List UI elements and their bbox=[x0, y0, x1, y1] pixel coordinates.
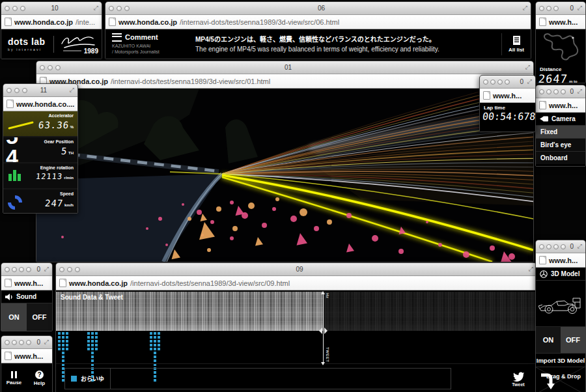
url-bar[interactable]: www.honda.co.jp/internavi-dots/test/senn… bbox=[105, 15, 531, 29]
window-title: 06 bbox=[125, 5, 518, 12]
resize-icon[interactable]: ⤢ bbox=[578, 5, 582, 11]
titlebar[interactable]: 11 ⤢ bbox=[3, 84, 77, 97]
drag-drop-zone[interactable]: Drag & Drop bbox=[536, 367, 585, 392]
speed-label: Speed bbox=[60, 191, 74, 196]
distance-value: 2647 bbox=[538, 72, 568, 83]
traffic-lights-icon[interactable] bbox=[539, 6, 559, 11]
tweet-input-box[interactable]: おらいゆ bbox=[64, 368, 451, 389]
url-bar[interactable]: www.honda.co.jp/internavi-dots/test/senn… bbox=[56, 276, 537, 290]
resize-icon[interactable]: ⤢ bbox=[527, 79, 532, 85]
divider bbox=[53, 36, 54, 53]
tweet-user-name: おらいゆ bbox=[81, 374, 104, 383]
sound-on-button[interactable]: ON bbox=[1, 303, 27, 331]
window-title: 11 bbox=[23, 87, 64, 94]
url-bar[interactable]: www.h... bbox=[1, 349, 52, 363]
titlebar[interactable]: 0 ⤢ bbox=[1, 263, 52, 276]
help-button[interactable]: ? Help bbox=[27, 363, 52, 392]
speaker-icon bbox=[5, 294, 13, 300]
traffic-lights-icon[interactable] bbox=[5, 267, 31, 272]
laptime-value: 00:54:678 bbox=[482, 111, 535, 122]
window-branding: 10 ⤢ www.honda.co.jp/inte... dots lab by… bbox=[1, 1, 102, 59]
titlebar[interactable]: 0 ⤢ bbox=[536, 2, 585, 15]
gear-value: 5 bbox=[61, 146, 68, 156]
model3d-off-button[interactable]: OFF bbox=[561, 327, 585, 353]
url-host: www.h... bbox=[14, 279, 43, 287]
desktop: 10 ⤢ www.honda.co.jp/inte... dots lab by… bbox=[0, 0, 586, 392]
drag-drop-label: Drag & Drop bbox=[546, 373, 581, 380]
url-bar[interactable]: www.h... bbox=[536, 98, 585, 113]
sound-off-button[interactable]: OFF bbox=[27, 303, 52, 331]
titlebar[interactable]: 09 ⤢ bbox=[56, 263, 537, 276]
url-host: www.h... bbox=[549, 102, 578, 109]
resize-icon[interactable]: ⤢ bbox=[525, 64, 530, 70]
all-list-button[interactable]: All list bbox=[501, 33, 531, 55]
hz-axis-label: Hz bbox=[326, 293, 329, 298]
import-3d-model-label: Import 3D Model bbox=[536, 353, 585, 367]
distance-unit: m to Go bbox=[569, 79, 583, 83]
titlebar[interactable]: 10 ⤢ bbox=[1, 2, 102, 15]
url-host: www.h... bbox=[549, 18, 578, 26]
accelerator-value: 63.36 bbox=[38, 120, 70, 130]
model3d-on-button[interactable]: ON bbox=[536, 327, 561, 353]
spectrogram-right bbox=[323, 292, 537, 331]
window-title: 0 bbox=[520, 78, 523, 85]
comment-text-ja: MP4/5のエンジンは、軽さ、燃費、信頼性などバランスのとれたエンジンだった。 bbox=[195, 35, 501, 44]
url-bar[interactable]: www.h... bbox=[1, 276, 52, 290]
camera-option-fixed[interactable]: Fixed bbox=[536, 126, 585, 139]
url-bar[interactable]: www.honda.co.jp/inte... bbox=[1, 15, 102, 29]
tweet-button[interactable]: Tweet bbox=[504, 367, 533, 391]
window-3d-model: 0 ⤢ www.h... 3D Model bbox=[535, 240, 586, 392]
camera-icon bbox=[540, 116, 548, 122]
playhead[interactable]: Hz TWEET bbox=[323, 292, 324, 365]
laptime-label: Lap time bbox=[480, 103, 535, 111]
url-path: /internavi-dots/test/senna1989/3d-view/s… bbox=[111, 77, 270, 85]
senna-signature: 1989 bbox=[59, 33, 100, 55]
model3d-header: 3D Model bbox=[536, 268, 585, 281]
engine-bars-icon bbox=[8, 170, 21, 182]
url-path: /internavi-dots/test/senna1989/3d-view/s… bbox=[180, 18, 339, 26]
gear-panel: 54 Gear Position 5TH bbox=[3, 137, 77, 163]
titlebar[interactable]: 01 ⤢ bbox=[36, 61, 533, 74]
titlebar[interactable]: 0 ⤢ bbox=[536, 85, 585, 98]
list-document-icon bbox=[512, 36, 521, 46]
window-distance: 0 ⤢ www.h... Distance 2647m to Go bbox=[535, 1, 586, 83]
titlebar[interactable]: 0 ⤢ bbox=[536, 240, 585, 253]
url-bar[interactable]: www.h... bbox=[480, 89, 535, 103]
url-host: www.h... bbox=[493, 92, 522, 100]
traffic-lights-icon[interactable] bbox=[539, 244, 566, 249]
playhead-handle-right[interactable] bbox=[324, 328, 328, 334]
pause-icon bbox=[11, 371, 17, 378]
url-bar[interactable]: www.honda.co.jp/internavi-dots/test/senn… bbox=[36, 74, 533, 89]
resize-icon[interactable]: ⤢ bbox=[44, 266, 49, 272]
url-bar[interactable]: www.h... bbox=[536, 15, 585, 29]
race-visualization-canvas[interactable] bbox=[36, 89, 533, 262]
window-camera: 0 ⤢ www.h... Camera Fixed Bird's eye Onb… bbox=[535, 85, 586, 167]
titlebar[interactable]: 0 ⤢ bbox=[480, 76, 535, 89]
window-playback: 0 ⤢ www.h... Pause ? Help bbox=[1, 335, 53, 392]
resize-icon[interactable]: ⤢ bbox=[94, 5, 98, 11]
traffic-lights-icon[interactable] bbox=[539, 89, 566, 94]
twitter-bird-icon bbox=[512, 371, 525, 382]
page-icon bbox=[5, 279, 12, 287]
resize-icon[interactable]: ⤢ bbox=[70, 87, 74, 93]
traffic-lights-icon[interactable] bbox=[483, 79, 510, 85]
pause-button[interactable]: Pause bbox=[1, 363, 27, 392]
url-bar[interactable]: www.honda.co.... bbox=[3, 97, 77, 111]
engine-value: 12113 bbox=[35, 172, 63, 181]
titlebar[interactable]: 0 ⤢ bbox=[1, 336, 52, 349]
resize-icon[interactable]: ⤢ bbox=[578, 244, 582, 249]
titlebar[interactable]: 06 ⤢ bbox=[105, 2, 531, 15]
tweet-markers bbox=[56, 332, 537, 365]
url-bar[interactable]: www.h... bbox=[536, 253, 585, 268]
camera-option-birds-eye[interactable]: Bird's eye bbox=[536, 139, 585, 152]
playhead-handle-left[interactable] bbox=[319, 328, 322, 334]
accelerator-needle-icon bbox=[8, 121, 34, 130]
resize-icon[interactable]: ⤢ bbox=[529, 266, 533, 272]
traffic-lights-icon[interactable] bbox=[5, 340, 31, 345]
camera-option-onboard[interactable]: Onboard bbox=[536, 152, 585, 164]
window-title: 0 bbox=[570, 5, 574, 12]
resize-icon[interactable]: ⤢ bbox=[523, 5, 527, 11]
window-title: 10 bbox=[21, 5, 89, 12]
resize-icon[interactable]: ⤢ bbox=[44, 339, 49, 345]
resize-icon[interactable]: ⤢ bbox=[578, 89, 582, 94]
